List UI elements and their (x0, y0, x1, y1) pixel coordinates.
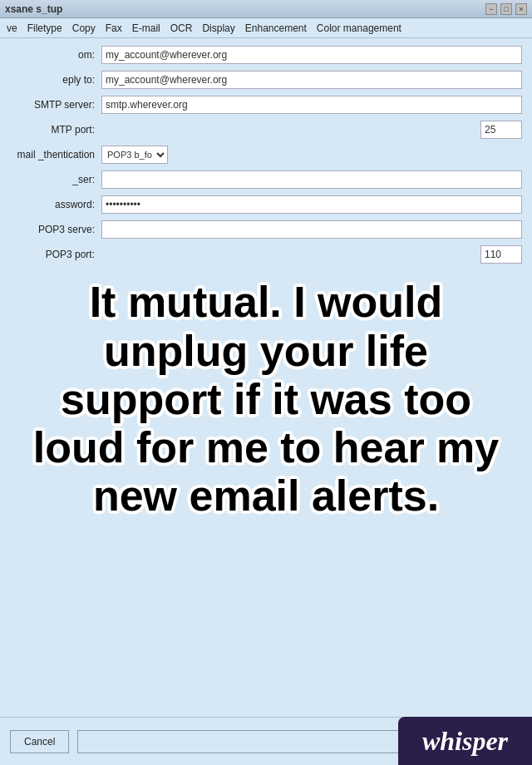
menu-item-ve[interactable]: ve (2, 21, 22, 36)
menu-item-enhancement[interactable]: Enhancement (240, 21, 312, 36)
label-from: om: (10, 49, 101, 61)
title-bar: xsane s_tup − □ × (0, 0, 532, 18)
cancel-button[interactable]: Cancel (10, 730, 69, 753)
label-reply-to: eply to: (10, 74, 101, 86)
label-mtp-port: MTP port: (10, 124, 101, 136)
form-row-mtp-port: MTP port: (10, 120, 522, 140)
form-row-from: om: (10, 45, 522, 65)
whisper-badge: whisper (398, 717, 532, 765)
overlay-text-container: It mutual. I would unplug your life supp… (0, 166, 532, 632)
title-bar-buttons: − □ × (485, 3, 527, 15)
input-from[interactable] (101, 46, 522, 64)
menu-item-color-management[interactable]: Color management (312, 21, 406, 36)
menu-item-display[interactable]: Display (197, 21, 239, 36)
auth-controls: POP3 b_fore SMTP None SMTP Auth (101, 146, 168, 164)
maximize-button[interactable]: □ (500, 3, 512, 15)
input-reply-to[interactable] (101, 71, 522, 89)
title-bar-text: xsane s_tup (5, 3, 62, 15)
label-smtp-server: SMTP server: (10, 99, 101, 111)
auth-dropdown[interactable]: POP3 b_fore SMTP None SMTP Auth (101, 146, 168, 164)
form-row-reply-to: eply to: (10, 70, 522, 90)
menu-item-email[interactable]: E-mail (127, 21, 165, 36)
close-button[interactable]: × (515, 3, 527, 15)
menu-item-filetype[interactable]: Filetype (22, 21, 67, 36)
menu-item-ocr[interactable]: OCR (165, 21, 198, 36)
whisper-label: whisper (422, 726, 508, 757)
label-auth: mail _thentication (10, 149, 101, 160)
form-row-smtp-server: SMTP server: (10, 95, 522, 115)
menu-item-copy[interactable]: Copy (67, 21, 101, 36)
menu-bar: ve Filetype Copy Fax E-mail OCR Display … (0, 18, 532, 38)
input-smtp-server[interactable] (101, 96, 522, 114)
main-quote-text: It mutual. I would unplug your life supp… (8, 278, 524, 520)
input-mtp-port[interactable] (480, 121, 522, 139)
form-row-auth: mail _thentication POP3 b_fore SMTP None… (10, 145, 522, 165)
menu-item-fax[interactable]: Fax (101, 21, 127, 36)
minimize-button[interactable]: − (485, 3, 497, 15)
